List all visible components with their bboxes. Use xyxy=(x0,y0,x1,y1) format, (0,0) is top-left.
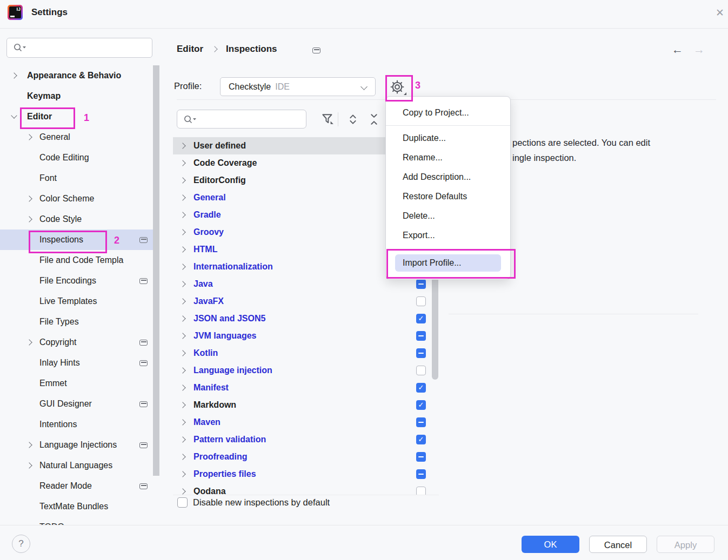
chevron-right-icon[interactable] xyxy=(179,350,185,356)
inspection-checkbox[interactable] xyxy=(416,417,426,427)
chevron-right-icon[interactable] xyxy=(179,333,185,339)
chevron-icon[interactable] xyxy=(11,112,17,118)
inspection-group-row[interactable]: Properties files xyxy=(173,465,439,483)
sidebar-item[interactable]: Copyright xyxy=(0,332,159,353)
sidebar-item[interactable]: Natural Languages xyxy=(0,455,159,476)
chevron-right-icon[interactable] xyxy=(179,246,185,252)
chevron-right-icon[interactable] xyxy=(179,436,185,442)
inspection-group-row[interactable]: Manifest xyxy=(173,379,439,396)
chevron-right-icon[interactable] xyxy=(179,384,185,390)
sidebar-item[interactable]: Keymap xyxy=(0,86,159,106)
chevron-icon[interactable] xyxy=(11,72,17,78)
back-arrow-icon[interactable]: ← xyxy=(672,43,683,56)
chevron-right-icon[interactable] xyxy=(179,212,185,218)
chevron-right-icon[interactable] xyxy=(179,264,185,269)
profile-dropdown[interactable]: CheckstyleIDE xyxy=(220,77,376,96)
chevron-right-icon[interactable] xyxy=(179,471,185,477)
sidebar-item[interactable]: Intentions xyxy=(0,414,159,435)
chevron-right-icon[interactable] xyxy=(179,367,185,373)
menu-item-rename[interactable]: Rename... xyxy=(386,148,510,167)
settings-search-input[interactable] xyxy=(6,38,152,58)
inspection-checkbox[interactable] xyxy=(416,487,426,495)
inspection-group-row[interactable]: Language injection xyxy=(173,362,439,379)
expand-all-icon[interactable] xyxy=(346,112,360,127)
chevron-right-icon[interactable] xyxy=(179,281,185,287)
menu-item-export[interactable]: Export... xyxy=(386,226,510,245)
sidebar-item[interactable]: Inspections xyxy=(0,230,159,250)
breadcrumb-editor[interactable]: Editor xyxy=(177,44,203,54)
sidebar-item[interactable]: Reader Mode xyxy=(0,476,159,496)
inspection-group-row[interactable]: JSON and JSON5 xyxy=(173,310,439,327)
chevron-right-icon[interactable] xyxy=(179,315,185,321)
inspection-checkbox[interactable] xyxy=(416,400,426,410)
inspection-group-row[interactable]: Kotlin xyxy=(173,345,439,362)
sidebar-item[interactable]: Editor xyxy=(0,106,159,127)
inspection-group-row[interactable]: JavaFX xyxy=(173,293,439,310)
inspection-checkbox[interactable] xyxy=(416,383,426,393)
chevron-icon[interactable] xyxy=(26,442,32,448)
menu-item-duplicate[interactable]: Duplicate... xyxy=(386,129,510,148)
menu-item-add-description[interactable]: Add Description... xyxy=(386,167,510,187)
chevron-right-icon[interactable] xyxy=(179,402,185,408)
chevron-icon[interactable] xyxy=(26,462,32,468)
inspection-checkbox[interactable] xyxy=(416,348,426,358)
sidebar-item[interactable]: Code Style xyxy=(0,209,159,230)
chevron-icon[interactable] xyxy=(26,134,32,140)
inspection-checkbox[interactable] xyxy=(416,366,426,375)
collapse-all-icon[interactable] xyxy=(367,112,381,127)
sidebar-item[interactable]: Emmet xyxy=(0,373,159,394)
inspections-search-input[interactable] xyxy=(177,110,306,129)
inspection-checkbox[interactable] xyxy=(416,314,426,323)
inspection-checkbox[interactable] xyxy=(416,331,426,341)
sidebar-item[interactable]: Color Scheme xyxy=(0,188,159,209)
sidebar-scrollbar[interactable] xyxy=(153,65,159,476)
inspection-checkbox[interactable] xyxy=(416,435,426,444)
sidebar-item[interactable]: Live Templates xyxy=(0,291,159,312)
cancel-button[interactable]: Cancel xyxy=(589,536,647,553)
chevron-icon[interactable] xyxy=(26,195,32,201)
menu-item-import-profile[interactable]: Import Profile... xyxy=(395,254,501,272)
inspection-checkbox[interactable] xyxy=(416,296,426,306)
close-icon[interactable]: ✕ xyxy=(713,6,726,19)
chevron-right-icon[interactable] xyxy=(179,143,185,149)
chevron-icon[interactable] xyxy=(26,339,32,345)
inspection-checkbox[interactable] xyxy=(416,469,426,479)
sidebar-item[interactable]: Language Injections xyxy=(0,435,159,455)
chevron-right-icon[interactable] xyxy=(179,488,185,494)
chevron-right-icon[interactable] xyxy=(179,419,185,425)
chevron-right-icon[interactable] xyxy=(179,194,185,200)
inspection-group-row[interactable]: JVM languages xyxy=(173,327,439,345)
menu-item-copy-to-project[interactable]: Copy to Project... xyxy=(386,103,510,123)
disable-new-inspections-checkbox[interactable] xyxy=(177,497,188,508)
filter-icon[interactable] xyxy=(320,111,335,127)
tree-scrollbar[interactable] xyxy=(432,273,438,380)
sidebar-item[interactable]: File Types xyxy=(0,312,159,332)
sidebar-item[interactable]: General xyxy=(0,127,159,147)
inspection-group-row[interactable]: Maven xyxy=(173,414,439,431)
help-button[interactable]: ? xyxy=(12,535,30,553)
inspection-group-row[interactable]: Pattern validation xyxy=(173,431,439,448)
sidebar-item[interactable]: Appearance & Behavio xyxy=(0,65,159,86)
inspection-checkbox[interactable] xyxy=(416,279,426,289)
sidebar-item[interactable]: TextMate Bundles xyxy=(0,496,159,517)
chevron-right-icon[interactable] xyxy=(179,177,185,183)
chevron-icon[interactable] xyxy=(26,216,32,222)
menu-item-delete[interactable]: Delete... xyxy=(386,206,510,226)
sidebar-item[interactable]: GUI Designer xyxy=(0,394,159,414)
menu-item-restore-defaults[interactable]: Restore Defaults xyxy=(386,187,510,206)
sidebar-item[interactable]: Inlay Hints xyxy=(0,353,159,373)
sidebar-item[interactable]: File Encodings xyxy=(0,271,159,291)
sidebar-item[interactable]: Code Editing xyxy=(0,147,159,168)
chevron-right-icon[interactable] xyxy=(179,229,185,235)
inspection-group-row[interactable]: Proofreading xyxy=(173,448,439,465)
chevron-right-icon[interactable] xyxy=(179,160,185,166)
sidebar-item[interactable]: File and Code Templa xyxy=(0,250,159,271)
inspection-group-row[interactable]: Qodana xyxy=(173,483,439,495)
chevron-right-icon[interactable] xyxy=(179,454,185,460)
sidebar-item[interactable]: TODO xyxy=(0,517,159,525)
chevron-right-icon[interactable] xyxy=(179,298,185,304)
ok-button[interactable]: OK xyxy=(522,536,579,553)
profile-actions-gear-button[interactable] xyxy=(387,77,408,97)
inspection-group-row[interactable]: Markdown xyxy=(173,396,439,414)
sidebar-item[interactable]: Font xyxy=(0,168,159,188)
